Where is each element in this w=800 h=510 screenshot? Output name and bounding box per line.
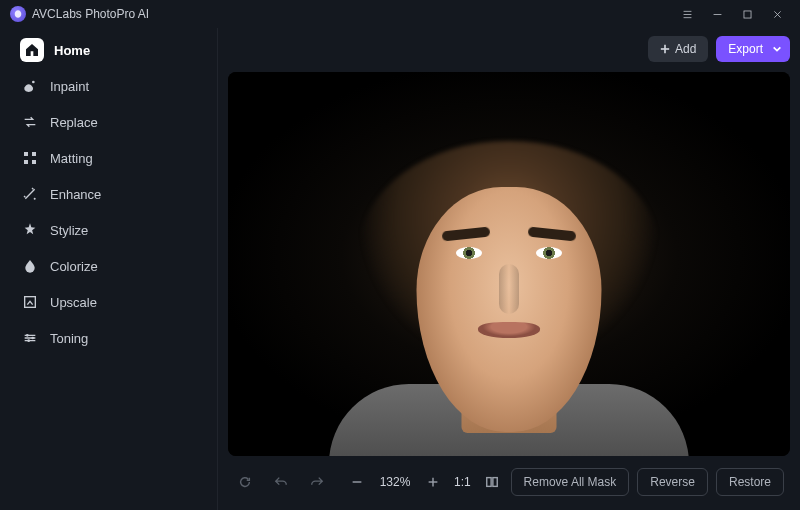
restore-button[interactable]: Restore [716,468,784,496]
zoom-in-button[interactable] [422,471,444,493]
portrait-image [228,72,790,456]
svg-rect-8 [24,152,28,156]
sidebar-item-upscale[interactable]: Upscale [12,286,205,318]
sidebar-item-label: Upscale [50,295,97,310]
window-controls [672,2,792,26]
sidebar: Home Inpaint Replace Matting Enhance [0,28,218,510]
sidebar-item-label: Replace [50,115,98,130]
svg-rect-22 [486,478,490,487]
reverse-button[interactable]: Reverse [637,468,708,496]
svg-rect-9 [32,152,36,156]
upscale-icon [20,292,40,312]
zoom-value: 132% [378,475,412,489]
sidebar-item-label: Toning [50,331,88,346]
maximize-button[interactable] [732,2,762,26]
sidebar-item-label: Colorize [50,259,98,274]
titlebar: AVCLabs PhotoPro AI [0,0,800,28]
svg-rect-4 [743,10,750,17]
inpaint-icon [20,76,40,96]
chevron-down-icon [772,44,782,54]
replace-icon [20,112,40,132]
svg-point-12 [34,198,36,200]
undo-button[interactable] [270,471,292,493]
add-button[interactable]: Add [648,36,708,62]
sidebar-item-label: Inpaint [50,79,89,94]
add-button-label: Add [675,42,696,56]
menu-icon[interactable] [672,2,702,26]
sidebar-item-label: Matting [50,151,93,166]
svg-point-14 [26,334,29,337]
top-action-bar: Add Export [228,34,790,64]
refresh-button[interactable] [234,471,256,493]
close-button[interactable] [762,2,792,26]
sidebar-item-colorize[interactable]: Colorize [12,250,205,282]
sidebar-item-toning[interactable]: Toning [12,322,205,354]
svg-point-16 [27,339,30,342]
content-area: Add Export [218,28,800,510]
svg-rect-11 [32,160,36,164]
sidebar-item-enhance[interactable]: Enhance [12,178,205,210]
sidebar-item-home[interactable]: Home [12,34,205,66]
toning-icon [20,328,40,348]
app-title: AVCLabs PhotoPro AI [32,7,149,21]
export-button-label: Export [728,42,763,56]
stylize-icon [20,220,40,240]
titlebar-left: AVCLabs PhotoPro AI [10,6,149,22]
plus-icon [660,44,670,54]
minimize-button[interactable] [702,2,732,26]
zoom-out-button[interactable] [346,471,368,493]
colorize-icon [20,256,40,276]
fit-one-to-one-button[interactable]: 1:1 [454,475,471,489]
remove-all-mask-button[interactable]: Remove All Mask [511,468,630,496]
sidebar-item-label: Home [54,43,90,58]
export-button[interactable]: Export [716,36,790,62]
svg-point-7 [32,81,35,84]
canvas[interactable] [228,72,790,456]
sidebar-item-stylize[interactable]: Stylize [12,214,205,246]
redo-button[interactable] [306,471,328,493]
enhance-icon [20,184,40,204]
bottom-toolbar: 132% 1:1 Remove All Mask Reverse [228,464,790,500]
svg-rect-23 [493,478,497,487]
svg-point-15 [31,337,34,340]
home-icon [20,38,44,62]
sidebar-item-matting[interactable]: Matting [12,142,205,174]
matting-icon [20,148,40,168]
sidebar-item-replace[interactable]: Replace [12,106,205,138]
app-logo-icon [10,6,26,22]
svg-rect-10 [24,160,28,164]
compare-icon[interactable] [481,471,503,493]
zoom-controls: 132% 1:1 [346,471,503,493]
sidebar-item-label: Stylize [50,223,88,238]
sidebar-item-label: Enhance [50,187,101,202]
sidebar-item-inpaint[interactable]: Inpaint [12,70,205,102]
